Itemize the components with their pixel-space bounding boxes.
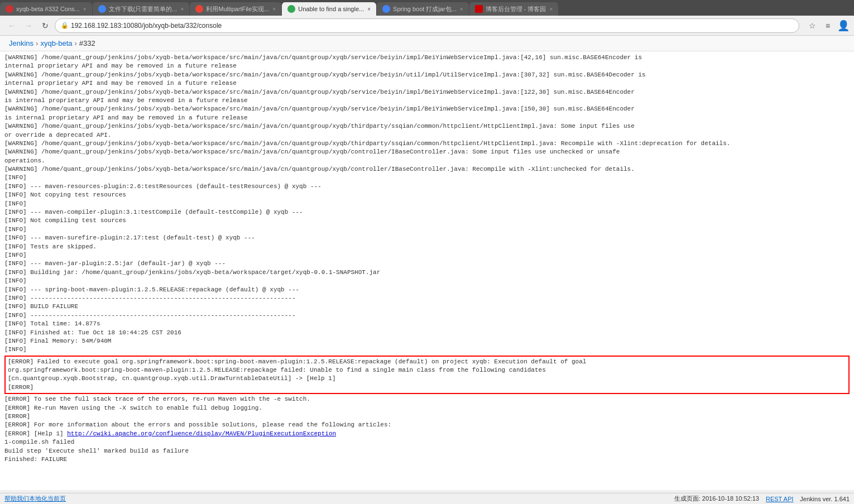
breadcrumb-project[interactable]: xyqb-beta <box>40 39 72 47</box>
console-line: [WARNING] /home/quant_group/jenkins/jobs… <box>4 148 850 156</box>
console-line: [INFO] <box>4 200 850 208</box>
tab-close-icon[interactable]: × <box>83 6 87 12</box>
console-line: [ERROR] For more information about the e… <box>4 421 850 429</box>
tab-multipart[interactable]: 利用MultipartFile实现... × <box>190 2 281 16</box>
tab-close-icon-4[interactable]: × <box>367 6 371 12</box>
status-timestamp: 生成页面: 2016-10-18 10:52:13 <box>674 495 759 503</box>
address-bar[interactable]: 🔒 192.168.192.183:10080/job/xyqb-beta/33… <box>55 18 799 33</box>
console-line: [ERROR] <box>4 412 850 421</box>
console-line: [INFO] <box>4 174 850 182</box>
status-right: 生成页面: 2016-10-18 10:52:13 REST API Jenki… <box>674 495 850 503</box>
breadcrumb: Jenkins › xyqb-beta › #332 <box>0 36 854 51</box>
console-line: [INFO] <box>4 345 850 354</box>
tab-label: xyqb-beta #332 Cons... <box>16 6 80 12</box>
error-line: org.springframework.boot:spring-boot-mav… <box>8 366 846 375</box>
lock-icon: 🔒 <box>61 22 69 29</box>
console-line: is internal proprietary API and may be r… <box>4 97 850 105</box>
console-line: [INFO] Not compiling test sources <box>4 217 850 225</box>
error-line: [ERROR] <box>8 383 846 392</box>
console-line: [INFO] --- spring-boot-maven-plugin:1.2.… <box>4 286 850 294</box>
console-line: [INFO] Not copying test resources <box>4 191 850 199</box>
console-line: operations. <box>4 157 850 165</box>
console-line: [INFO] Final Memory: 54M/940M <box>4 337 850 345</box>
console-line: [WARNING] /home/quant_group/jenkins/jobs… <box>4 54 850 62</box>
console-line: [INFO] Building jar: /home/quant_group/j… <box>4 268 850 277</box>
console-line: 1-compile.sh failed <box>4 438 850 447</box>
breadcrumb-jenkins[interactable]: Jenkins <box>9 39 33 47</box>
console-line: [INFO] --- maven-jar-plugin:2.5:jar (def… <box>4 260 850 268</box>
nav-bar: ← → ↻ 🔒 192.168.192.183:10080/job/xyqb-b… <box>0 16 854 36</box>
console-line: [WARNING] /home/quant_group/jenkins/jobs… <box>4 71 850 79</box>
cnblogs-favicon <box>475 5 483 13</box>
console-line: [INFO] <box>4 225 850 234</box>
cwiki-link[interactable]: http://cwiki.apache.org/confluence/displ… <box>67 430 336 437</box>
chrome-favicon-4 <box>287 5 295 13</box>
tab-blog[interactable]: 博客后台管理 - 博客园 × <box>469 2 559 16</box>
tab-jenkins[interactable]: xyqb-beta #332 Cons... × <box>0 2 92 16</box>
jenkins-favicon <box>6 5 13 13</box>
back-button[interactable]: ← <box>4 18 19 33</box>
tab-close-icon-3[interactable]: × <box>272 6 276 12</box>
tab-label-4: Unable to find a single... <box>298 6 364 12</box>
console-line: Finished: FAILURE <box>4 455 850 464</box>
status-left: 帮助我们本地化当前页 <box>4 495 66 503</box>
error-block: [ERROR] Failed to execute goal org.sprin… <box>4 356 850 395</box>
console-line: internal proprietary API and may be remo… <box>4 79 850 88</box>
console-line: [ERROR] To see the full stack trace of t… <box>4 395 850 404</box>
chrome-favicon-5 <box>382 5 390 13</box>
console-line: internal proprietary API and may be remo… <box>4 62 850 70</box>
console-line: [INFO] BUILD FAILURE <box>4 303 850 311</box>
console-line: [ERROR] Re-run Maven using the -X switch… <box>4 404 850 412</box>
title-bar: xyqb-beta #332 Cons... × 文件下载(只需要简单的... … <box>0 0 854 16</box>
tab-close-icon-6[interactable]: × <box>549 6 553 12</box>
console-line: Build step 'Execute shell' marked build … <box>4 447 850 455</box>
console-line: or override a deprecated API. <box>4 131 850 140</box>
tab-close-icon-2[interactable]: × <box>180 6 184 12</box>
error-line: [cn.quantgroup.xyqb.Bootstrap, cn.quantg… <box>8 375 846 383</box>
reload-button[interactable]: ↻ <box>38 18 52 33</box>
console-line: [ERROR] [Help 1] http://cwiki.apache.org… <box>4 430 850 438</box>
console-line: [INFO] Total time: 14.877s <box>4 320 850 328</box>
tab-label-2: 文件下载(只需要简单的... <box>109 5 177 13</box>
console-line: [WARNING] /home/quant_group/jenkins/jobs… <box>4 105 850 113</box>
jenkins-version: Jenkins ver. 1.641 <box>800 496 850 502</box>
tab-label-6: 博客后台管理 - 博客园 <box>486 5 546 13</box>
console-line: [INFO] --- maven-resources-plugin:2.6:te… <box>4 183 850 191</box>
console-line: [WARNING] /home/quant_group/jenkins/jobs… <box>4 122 850 131</box>
tab-unable[interactable]: Unable to find a single... × <box>282 2 376 16</box>
bookmark-icon[interactable]: ☆ <box>806 20 818 32</box>
rest-api-link[interactable]: REST API <box>766 496 793 502</box>
console-line: [INFO] --- maven-surefire-plugin:2.17:te… <box>4 234 850 242</box>
status-bar: 帮助我们本地化当前页 生成页面: 2016-10-18 10:52:13 RES… <box>0 493 854 504</box>
nav-right-icons: ☆ ≡ 👤 <box>806 20 850 32</box>
tab-close-icon-5[interactable]: × <box>460 6 463 12</box>
breadcrumb-build: #332 <box>79 39 95 47</box>
console-line: [INFO] ---------------------------------… <box>4 294 850 303</box>
forward-button[interactable]: → <box>21 18 36 33</box>
user-icon[interactable]: 👤 <box>837 20 850 32</box>
console-line: [INFO] <box>4 251 850 260</box>
tab-springboot[interactable]: Spring boot 打成jar包... × <box>377 2 469 16</box>
breadcrumb-sep-1: › <box>36 39 38 47</box>
localize-link[interactable]: 帮助我们本地化当前页 <box>4 495 66 503</box>
chrome-favicon-2 <box>98 5 106 13</box>
console-line: [INFO] --- maven-compiler-plugin:3.1:tes… <box>4 208 850 217</box>
console-line: [INFO] Finished at: Tue Oct 18 10:44:25 … <box>4 329 850 337</box>
console-line: [INFO] Tests are skipped. <box>4 243 850 251</box>
breadcrumb-sep-2: › <box>75 39 77 47</box>
tab-label-5: Spring boot 打成jar包... <box>393 5 457 13</box>
tab-download[interactable]: 文件下载(只需要简单的... × <box>93 2 190 16</box>
error-line: [ERROR] Failed to execute goal org.sprin… <box>8 358 846 366</box>
chrome-favicon-3 <box>195 5 203 13</box>
console-line: [INFO] ---------------------------------… <box>4 311 850 320</box>
console-line: [WARNING] /home/quant_group/jenkins/jobs… <box>4 88 850 97</box>
console-line: is internal proprietary API and may be r… <box>4 114 850 122</box>
settings-icon[interactable]: ≡ <box>822 20 834 32</box>
console-line: [INFO] <box>4 277 850 285</box>
tab-label-3: 利用MultipartFile实现... <box>206 5 269 13</box>
console-line: [WARNING] /home/quant_group/jenkins/jobs… <box>4 140 850 148</box>
console-output: [WARNING] /home/quant_group/jenkins/jobs… <box>0 51 854 490</box>
console-line: [WARNING] /home/quant_group/jenkins/jobs… <box>4 165 850 174</box>
address-text: 192.168.192.183:10080/job/xyqb-beta/332/… <box>71 22 222 30</box>
